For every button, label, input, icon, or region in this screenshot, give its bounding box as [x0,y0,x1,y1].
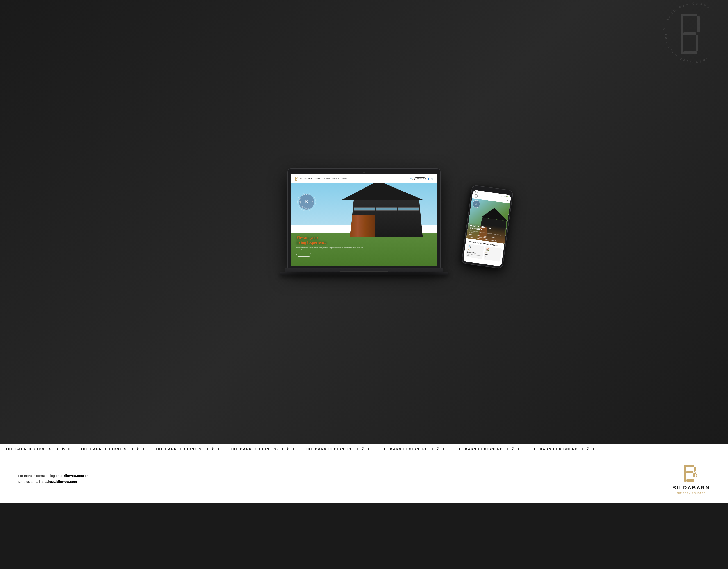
hero-subtitle: Lorem ipsum dolor sit amet consectetur. … [296,246,364,250]
svg-rect-7 [696,35,698,51]
ticker-logo: 𝔅 [512,447,514,451]
nav-buy-plans[interactable]: Buy Plans [323,178,330,180]
phone-menu-icon[interactable]: ☰ [507,199,509,202]
laptop-screen: BILDABARN Home Buy Plans About Us Contac… [291,174,437,266]
phone-device: 9:41 ▌▌▌ WiFi 🔋 B [461,185,513,269]
nav-links: Home Buy Plans About Us Contact [316,178,407,180]
svg-rect-12 [297,177,298,179]
ticker-item: THE BARN DESIGNERS 𝔅 [300,447,375,451]
ticker-inner: THE BARN DESIGNERS 𝔅 THE BARN DESIGNERS … [0,447,600,451]
ticker-bullet [282,448,283,450]
ticker-bar: THE BARN DESIGNERS 𝔅 THE BARN DESIGNERS … [0,444,728,454]
svg-rect-2 [681,14,683,54]
ticker-item: THE BARN DESIGNERS 𝔅 [75,447,150,451]
hero-cta-button[interactable]: Lorem Ipsum [296,253,311,257]
ticker-item: THE BARN DESIGNERS 𝔅 [450,447,525,451]
brand-tagline: THE BARN DESIGNER [677,492,706,494]
ticker-bullet [507,448,508,450]
svg-rect-10 [296,179,297,179]
svg-rect-28 [686,479,694,482]
bg-watermark: THE BARN DESIGNERS THE BARN DESIGNERS [656,0,728,73]
svg-rect-30 [693,473,695,477]
user-icon[interactable]: 👤 [427,178,430,180]
footer-section: For more information log onto kilowott.c… [0,454,728,503]
footer-brand: BILDABARN THE BARN DESIGNER [672,463,710,494]
barn-roof [342,184,423,200]
wifi-icon: WiFi [504,195,507,197]
ticker-text: THE BARN DESIGNERS [530,447,578,451]
ticker-bullet [207,448,208,450]
ticker-item: THE BARN DESIGNERS 𝔅 [525,447,600,451]
laptop-stand [280,273,448,276]
barn-windows [354,207,419,211]
site-logo: BILDABARN [294,176,312,182]
footer-info: For more information log onto kilowott.c… [18,473,88,484]
footer-email[interactable]: sales@kilowott.com [45,480,77,483]
cart-icon[interactable]: 🛒 [431,178,434,180]
phone-card-1: 🔍 01 Search Plan Lorem ipsum dolor sit a… [466,244,484,259]
svg-rect-6 [697,16,700,32]
svg-rect-26 [686,465,694,467]
nav-about-us[interactable]: About Us [332,178,339,180]
phone-logo: B [474,194,478,198]
laptop-base [285,268,443,273]
ticker-bullet [132,448,133,450]
nav-home[interactable]: Home [316,178,320,180]
ticker-logo: 𝔅 [587,447,589,451]
hero-text-overlay: Elevate yourliving Experience Lorem ipsu… [296,236,364,257]
svg-rect-3 [683,14,697,16]
ticker-bullet [582,448,583,450]
ticker-bullet [368,448,369,450]
ticker-logo: 𝔅 [137,447,139,451]
svg-point-19 [300,202,301,202]
footer-website[interactable]: kilowott.com [63,474,84,478]
ticker-text: THE BARN DESIGNERS [5,447,53,451]
ticker-logo: 𝔅 [437,447,439,451]
brand-logo-svg [680,463,703,483]
laptop-camera [363,172,365,173]
ticker-item: THE BARN DESIGNERS 𝔅 [0,447,75,451]
logo-svg [294,176,300,182]
circular-badge: THE BARN DESIGNERS B [296,192,317,212]
site-hero: THE BARN DESIGNERS B [291,184,437,266]
svg-rect-27 [686,471,693,473]
laptop-device: BILDABARN Home Buy Plans About Us Contac… [287,168,441,276]
svg-rect-5 [683,51,697,54]
svg-rect-29 [694,467,696,471]
phone-time: 9:41 [475,191,478,193]
ticker-bullet [293,448,294,450]
ticker-bullet [432,448,433,450]
phone-circular-badge: B [472,200,481,209]
svg-text:B: B [305,199,308,204]
search-icon[interactable]: 🔍 [410,178,413,180]
ticker-text: THE BARN DESIGNERS [80,447,128,451]
phone-card-2: 🏠 02 Sho... Lo... [483,246,502,262]
ticker-text: THE BARN DESIGNERS [380,447,428,451]
brand-name: BILDABARN [672,485,710,491]
footer-info-text: For more information log onto [18,474,63,478]
barn-window [398,207,419,211]
svg-point-20 [312,202,313,202]
hero-title: Elevate yourliving Experience [296,236,364,245]
hero-section: THE BARN DESIGNERS THE BARN DESIGNERS [0,0,728,444]
ticker-item: THE BARN DESIGNERS 𝔅 [225,447,300,451]
nav-contact[interactable]: Contact [341,178,347,180]
contact-us-button[interactable]: Contact Us [414,177,426,180]
logo-text: BILDABARN [300,178,312,180]
ticker-bullet [593,448,594,450]
ticker-item: THE BARN DESIGNERS 𝔅 [375,447,450,451]
svg-rect-9 [296,177,297,177]
site-navigation: BILDABARN Home Buy Plans About Us Contac… [291,174,437,184]
svg-text:B: B [475,195,477,197]
ticker-text: THE BARN DESIGNERS [455,447,503,451]
ticker-logo: 𝔅 [212,447,214,451]
barn-building [342,184,423,238]
ticker-logo: 𝔅 [362,447,364,451]
phone-hero: B ELEVATE YOUR LIVING EXPERIENCE Lorem i… [466,198,510,244]
ticker-text: THE BARN DESIGNERS [155,447,203,451]
barn-window [376,207,397,211]
ticker-bullet [143,448,144,450]
ticker-item: THE BARN DESIGNERS 𝔅 [150,447,225,451]
ticker-bullet [68,448,70,450]
ticker-bullet [357,448,358,450]
